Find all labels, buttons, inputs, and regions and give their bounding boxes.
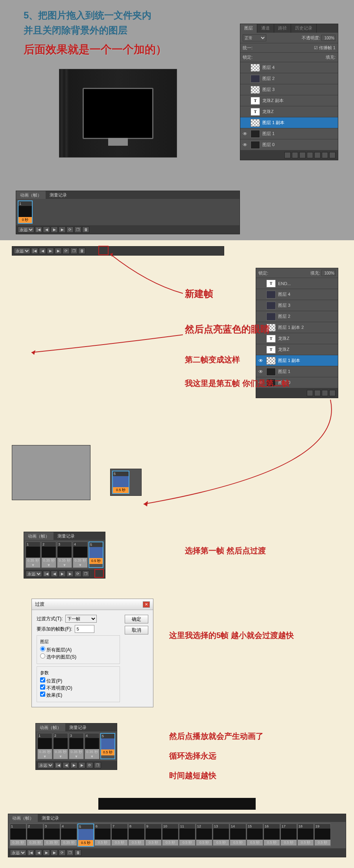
frame-time[interactable]: 0.5 秒: [112, 840, 127, 846]
animation-frame[interactable]: 110.5 秒: [179, 823, 195, 847]
animation-frame[interactable]: 190.5 秒: [314, 823, 331, 847]
frame-time[interactable]: 0.35 秒: [27, 840, 43, 846]
new-frame-icon[interactable]: ❐: [74, 226, 81, 233]
animation-frame[interactable]: 80.5 秒: [128, 823, 145, 847]
tab-measure[interactable]: 测量记录: [46, 191, 71, 199]
tween-icon[interactable]: ⟳: [59, 849, 66, 856]
layer-row[interactable]: 图层 2: [240, 73, 338, 84]
frames-input[interactable]: [75, 625, 94, 633]
visibility-eye-icon[interactable]: 👁: [242, 131, 248, 137]
loop-select[interactable]: 永远: [26, 571, 42, 577]
frame-time[interactable]: 0.5 秒: [213, 840, 229, 846]
frame-time[interactable]: 0.5 秒: [78, 840, 93, 846]
layer-row[interactable]: 图层 3: [256, 300, 338, 311]
new-layer-icon[interactable]: [322, 152, 328, 158]
blend-mode-select[interactable]: 正常: [243, 34, 266, 41]
visibility-eye-icon[interactable]: 👁: [258, 358, 264, 364]
frame-time[interactable]: 0.5 秒: [315, 840, 330, 846]
tab-measure[interactable]: 测量记录: [65, 723, 90, 731]
layer-row[interactable]: 图层 1 副本: [240, 117, 338, 128]
animation-frame[interactable]: 10.35 秒: [10, 823, 26, 847]
fill-input[interactable]: [321, 270, 336, 276]
delete-frame-icon[interactable]: 🗑: [78, 248, 85, 254]
animation-frame[interactable]: 120.5 秒: [196, 823, 212, 847]
animation-frame[interactable]: 50.5 秒: [88, 542, 103, 568]
next-frame-icon[interactable]: ▶: [51, 849, 58, 856]
prev-frame-icon[interactable]: ◀: [35, 849, 42, 856]
trash-icon[interactable]: [329, 390, 336, 396]
frame-time[interactable]: 0.35 秒: [61, 840, 77, 846]
method-select[interactable]: 下一帧: [65, 615, 97, 623]
tab-animation[interactable]: 动画（帧）: [24, 532, 53, 540]
frame-time[interactable]: 0.5 秒: [162, 840, 178, 846]
next-frame-icon[interactable]: ▶: [66, 571, 74, 577]
loop-select[interactable]: 永远: [18, 226, 34, 233]
play-icon[interactable]: ▶: [51, 226, 58, 233]
delete-frame-icon[interactable]: 🗑: [74, 849, 81, 856]
play-icon[interactable]: ▶: [47, 248, 54, 254]
chk-opacity[interactable]: [40, 684, 45, 690]
frame-time[interactable]: 0.5 秒: [281, 840, 297, 846]
animation-frame[interactable]: 60.5 秒: [94, 823, 111, 847]
play-icon[interactable]: ▶: [43, 849, 50, 856]
fx-icon[interactable]: [292, 152, 298, 158]
tab-history[interactable]: 历史记录: [291, 24, 317, 33]
animation-frame[interactable]: 30.35 秒▼: [57, 542, 72, 568]
tab-animation[interactable]: 动画（帧）: [16, 191, 46, 199]
animation-frame[interactable]: 130.5 秒: [213, 823, 229, 847]
animation-frame[interactable]: 30.35 秒: [44, 823, 60, 847]
tab-layers[interactable]: 图层: [240, 24, 257, 33]
mask-icon[interactable]: [314, 390, 321, 396]
frame-1[interactable]: 1 0 秒: [18, 200, 33, 224]
prev-frame-icon[interactable]: ◀: [43, 226, 50, 233]
loop-select[interactable]: 永远: [10, 849, 26, 856]
frame-time[interactable]: 0.5 秒: [247, 840, 263, 846]
animation-frame[interactable]: 30.35 秒▼: [69, 733, 84, 759]
animation-frame[interactable]: 10.35 秒▼: [37, 733, 52, 759]
layer-row[interactable]: T龙珠Z: [240, 106, 338, 117]
layer-row[interactable]: TEND...: [256, 278, 338, 289]
tab-animation[interactable]: 动画（帧）: [8, 814, 38, 822]
frame-time[interactable]: 0.35 秒: [10, 840, 26, 846]
animation-frame[interactable]: 180.5 秒: [297, 823, 314, 847]
visibility-eye-icon[interactable]: 👁: [242, 142, 248, 148]
radio-all[interactable]: [40, 646, 45, 651]
animation-frame[interactable]: 20.35 秒: [27, 823, 43, 847]
layer-row[interactable]: 图层 4: [256, 289, 338, 300]
animation-frame[interactable]: 160.5 秒: [264, 823, 280, 847]
chk-position[interactable]: [40, 677, 45, 683]
delete-frame-icon[interactable]: 🗑: [82, 226, 89, 233]
animation-frame[interactable]: 170.5 秒: [280, 823, 297, 847]
frame-time[interactable]: 0.35 秒▼: [69, 749, 83, 759]
animation-frame[interactable]: 40.35 秒▼: [85, 733, 100, 759]
new-frame-icon[interactable]: ❐: [82, 571, 89, 577]
prev-frame-icon[interactable]: ◀: [51, 571, 58, 577]
play-icon[interactable]: ▶: [70, 762, 77, 768]
frame-time[interactable]: 0.35 秒▼: [42, 558, 56, 568]
visibility-eye-icon[interactable]: 👁: [258, 369, 264, 375]
animation-frame[interactable]: 140.5 秒: [230, 823, 246, 847]
next-frame-icon[interactable]: ▶: [55, 248, 62, 254]
layer-row[interactable]: T龙珠Z: [256, 344, 338, 355]
animation-frame[interactable]: 50.5 秒: [77, 823, 94, 847]
first-frame-icon[interactable]: |◀: [31, 248, 38, 254]
group-icon[interactable]: [314, 152, 321, 158]
frame-time[interactable]: 0.5 秒: [230, 840, 246, 846]
frame-time[interactable]: 0.5 秒: [89, 558, 103, 564]
cancel-button[interactable]: 取消: [125, 626, 148, 634]
next-frame-icon[interactable]: ▶: [59, 226, 66, 233]
first-frame-icon[interactable]: |◀: [35, 226, 42, 233]
tab-measure[interactable]: 测量记录: [53, 532, 79, 540]
animation-frame[interactable]: 20.35 秒▼: [41, 542, 56, 568]
tween-icon[interactable]: ⟳: [66, 226, 74, 233]
new-frame-icon[interactable]: ❐: [94, 762, 101, 768]
animation-frame[interactable]: 10.35 秒▼: [26, 542, 41, 568]
link-icon[interactable]: [284, 152, 291, 158]
layer-row[interactable]: 👁图层 0: [240, 139, 338, 150]
animation-frame[interactable]: 100.5 秒: [162, 823, 179, 847]
animation-frame[interactable]: 50.5 秒: [100, 733, 115, 759]
radio-selected[interactable]: [40, 653, 45, 658]
layer-row[interactable]: 👁图层 1 副本: [256, 355, 338, 366]
frame-time[interactable]: 0.35 秒▼: [73, 558, 87, 568]
frame-time[interactable]: 0.5 秒: [101, 749, 114, 755]
